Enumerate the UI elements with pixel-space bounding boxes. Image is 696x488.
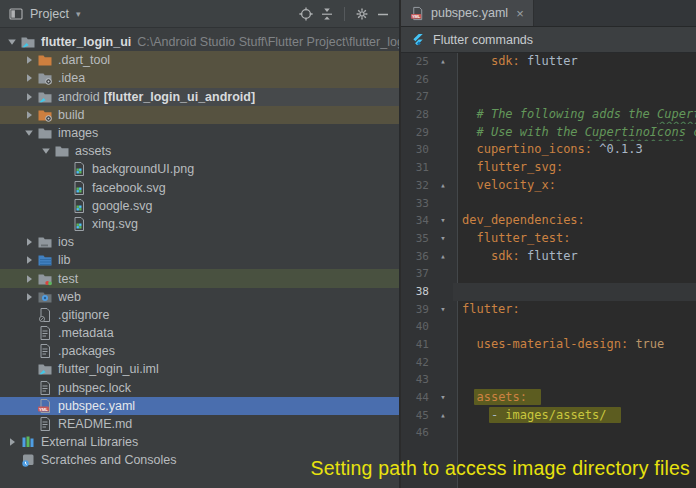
- text-file-icon: [37, 416, 53, 432]
- code-line-46[interactable]: 46: [401, 424, 696, 442]
- tree-item-web[interactable]: web: [0, 288, 399, 306]
- tree-item-build[interactable]: build: [0, 106, 399, 124]
- code-text: velocity_x:: [453, 177, 696, 195]
- tree-item-backgroundui-png[interactable]: backgroundUI.png: [0, 160, 399, 178]
- code-line-37[interactable]: 37: [401, 265, 696, 283]
- tree-item-facebook-svg[interactable]: facebook.svg: [0, 179, 399, 197]
- code-text: [453, 265, 696, 283]
- tree-item-ios[interactable]: ios: [0, 233, 399, 251]
- code-line-27[interactable]: 27: [401, 88, 696, 106]
- fold-marker-icon[interactable]: ▾: [433, 212, 453, 230]
- ide-window: Project ▾ flutter_login_uiC:\Android Stu…: [0, 0, 696, 488]
- code-line-39[interactable]: 39▾flutter:: [401, 301, 696, 319]
- tree-item-label: build: [58, 108, 84, 122]
- code-line-25[interactable]: 25▴ sdk: flutter: [401, 53, 696, 71]
- project-panel-header: Project ▾: [0, 0, 399, 28]
- code-text: # The following adds the Cupertino Icons…: [453, 106, 696, 124]
- collapse-all-icon[interactable]: [319, 6, 335, 22]
- close-tab-icon[interactable]: ×: [516, 6, 524, 21]
- fold-spacer: [433, 424, 453, 442]
- tree-item-dart-tool[interactable]: .dart_tool: [0, 51, 399, 69]
- tree-item-pubspec-lock[interactable]: pubspec.lock: [0, 379, 399, 397]
- fold-marker-icon[interactable]: ▴: [433, 177, 453, 195]
- token-plain: flutter: [520, 54, 578, 68]
- chevron-down-icon[interactable]: ▾: [76, 9, 81, 19]
- code-line-26[interactable]: 26: [401, 71, 696, 89]
- code-editor[interactable]: 25▴ sdk: flutter262728 # The following a…: [401, 53, 696, 488]
- code-line-40[interactable]: 40: [401, 318, 696, 336]
- libraries-icon: [20, 434, 36, 450]
- code-line-45[interactable]: 45▴ - images/assets/: [401, 407, 696, 425]
- tab-pubspec-yaml[interactable]: YML pubspec.yaml ×: [401, 0, 534, 26]
- tree-item-external-libraries[interactable]: External Libraries: [0, 433, 399, 451]
- tree-item-idea[interactable]: .idea: [0, 69, 399, 87]
- code-line-42[interactable]: 42: [401, 354, 696, 372]
- chevron-down-icon[interactable]: [4, 34, 20, 50]
- chevron-right-icon[interactable]: [21, 89, 37, 105]
- tree-item-flutter-login-ui[interactable]: flutter_login_uiC:\Android Studio Stuff\…: [0, 33, 399, 51]
- fold-marker-icon[interactable]: ▴: [433, 248, 453, 266]
- line-number: 32: [401, 177, 433, 195]
- code-line-44[interactable]: 44▾ assets:: [401, 389, 696, 407]
- image-file-icon: [71, 216, 87, 232]
- fold-marker-icon[interactable]: ▾: [433, 230, 453, 248]
- tree-item-gitignore[interactable]: .gitignore: [0, 306, 399, 324]
- code-line-35[interactable]: 35▾ flutter_test:: [401, 230, 696, 248]
- locate-file-icon[interactable]: [298, 6, 314, 22]
- chevron-right-icon[interactable]: [21, 70, 37, 86]
- token-key: dev_dependencies:: [462, 213, 585, 227]
- tree-item-flutter-login-ui-iml[interactable]: flutter_login_ui.iml: [0, 360, 399, 378]
- chevron-right-icon[interactable]: [21, 289, 37, 305]
- gear-icon[interactable]: [354, 6, 370, 22]
- tree-item-pubspec-yaml[interactable]: YMLpubspec.yaml: [0, 397, 399, 415]
- tree-item-label: pubspec.yaml: [58, 399, 135, 413]
- code-text: [453, 195, 696, 213]
- code-line-38[interactable]: 38: [401, 283, 696, 301]
- editor-pane: YML pubspec.yaml × Flutter commands 25▴ …: [401, 0, 696, 488]
- fold-marker-icon[interactable]: ▾: [433, 389, 453, 407]
- chevron-right-icon[interactable]: [4, 434, 20, 450]
- chevron-right-icon[interactable]: [21, 234, 37, 250]
- chevron-right-icon[interactable]: [21, 252, 37, 268]
- project-panel-title[interactable]: Project: [30, 7, 69, 21]
- fold-spacer: [433, 159, 453, 177]
- tree-item-assets[interactable]: assets: [0, 142, 399, 160]
- code-text: - images/assets/: [453, 407, 696, 425]
- code-line-33[interactable]: 33: [401, 195, 696, 213]
- chevron-right-icon[interactable]: [21, 271, 37, 287]
- code-line-34[interactable]: 34▾dev_dependencies:: [401, 212, 696, 230]
- code-line-43[interactable]: 43: [401, 371, 696, 389]
- tree-item-lib[interactable]: lib: [0, 251, 399, 269]
- chevron-right-icon[interactable]: [21, 52, 37, 68]
- folder-flutter-icon: [20, 34, 36, 50]
- code-line-41[interactable]: 41 uses-material-design: true: [401, 336, 696, 354]
- line-number: 38: [401, 283, 433, 301]
- code-line-36[interactable]: 36▴ sdk: flutter: [401, 248, 696, 266]
- folder-web-icon: [37, 289, 53, 305]
- line-number: 35: [401, 230, 433, 248]
- code-line-29[interactable]: 29 # Use with the CupertinoIcons class f…: [401, 124, 696, 142]
- fold-marker-icon[interactable]: ▾: [433, 301, 453, 319]
- tree-item-metadata[interactable]: .metadata: [0, 324, 399, 342]
- fold-marker-icon[interactable]: ▴: [433, 407, 453, 425]
- tree-item-label: images: [58, 126, 98, 140]
- minimize-panel-icon[interactable]: [375, 6, 391, 22]
- code-line-30[interactable]: 30 cupertino_icons: ^0.1.3: [401, 141, 696, 159]
- code-line-28[interactable]: 28 # The following adds the Cupertino Ic…: [401, 106, 696, 124]
- tree-item-readme-md[interactable]: README.md: [0, 415, 399, 433]
- code-line-31[interactable]: 31 flutter_svg:: [401, 159, 696, 177]
- code-line-32[interactable]: 32▴ velocity_x:: [401, 177, 696, 195]
- code-text: flutter:: [453, 301, 696, 319]
- tree-item-images[interactable]: images: [0, 124, 399, 142]
- tree-item-xing-svg[interactable]: xing.svg: [0, 215, 399, 233]
- chevron-down-icon[interactable]: [38, 143, 54, 159]
- fold-marker-icon[interactable]: ▴: [433, 53, 453, 71]
- tree-item-android[interactable]: android[flutter_login_ui_android]: [0, 88, 399, 106]
- token-key: sdk:: [491, 54, 520, 68]
- tree-item-test[interactable]: test: [0, 269, 399, 287]
- chevron-down-icon[interactable]: [21, 125, 37, 141]
- tree-item-packages[interactable]: .packages: [0, 342, 399, 360]
- token-comment: # Use with the: [476, 125, 584, 139]
- chevron-right-icon[interactable]: [21, 107, 37, 123]
- tree-item-google-svg[interactable]: google.svg: [0, 197, 399, 215]
